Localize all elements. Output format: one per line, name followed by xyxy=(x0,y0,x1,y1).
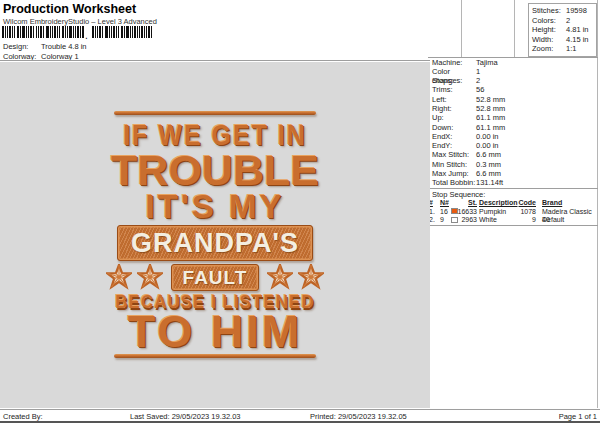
design-line-7: TO HIM xyxy=(0,309,430,354)
col-description: Description xyxy=(479,199,518,208)
machine-row: EndX:0.00 in xyxy=(432,132,597,141)
seq-needle: 9 xyxy=(440,216,444,225)
star-icon xyxy=(298,264,324,290)
machine-value: 131.14ft xyxy=(476,178,503,187)
machine-value: 56 xyxy=(476,85,484,94)
stat-row: Zoom:1:1 xyxy=(532,44,596,54)
machine-row: Machine:Tajima xyxy=(432,58,597,67)
seq-stitches: 16633 xyxy=(454,208,477,217)
machine-label: Color changes: xyxy=(432,67,476,76)
machine-label: Down: xyxy=(432,123,476,132)
machine-value: 0.3 mm xyxy=(476,160,501,169)
design-value: Trouble 4.8 in xyxy=(41,42,87,51)
stat-value: 4.15 in xyxy=(566,35,589,45)
machine-label: Right: xyxy=(432,104,476,113)
seq-needle: 16 xyxy=(440,208,448,217)
machine-value: 61.1 mm xyxy=(476,123,505,132)
star-icon xyxy=(106,264,132,290)
machine-label: Max Jump: xyxy=(432,169,476,178)
design-preview: IF WE GET IN TROUBLE IT'S MY GRANDPA'S F… xyxy=(0,62,430,408)
machine-value: 6.6 mm xyxy=(476,150,501,159)
stat-value: 19598 xyxy=(566,6,587,16)
col-brand: Brand xyxy=(542,199,562,208)
design-grandpas-box: GRANDPA'S xyxy=(117,225,313,261)
design-line-3: IT'S MY xyxy=(0,190,430,223)
machine-label: Min Stitch: xyxy=(432,160,476,169)
header-divider-2 xyxy=(514,0,515,57)
machine-info-panel: Machine:Tajima Color changes:1 Stops:2 T… xyxy=(432,58,597,188)
machine-value: 0.00 in xyxy=(476,132,499,141)
design-fault-box: FAULT xyxy=(171,264,259,291)
design-star-row: FAULT xyxy=(0,263,430,291)
machine-row: EndY:0.00 in xyxy=(432,141,597,150)
page-number: Page 1 of 1 xyxy=(520,412,597,421)
star-icon xyxy=(137,264,163,290)
stat-value: 1:1 xyxy=(566,44,576,54)
machine-label: Max Stitch: xyxy=(432,150,476,159)
machine-value: 61.1 mm xyxy=(476,113,505,122)
machine-label: EndX: xyxy=(432,132,476,141)
stat-label: Zoom: xyxy=(532,44,566,54)
header-rule-left xyxy=(0,60,430,61)
stat-value: 2 xyxy=(566,16,570,26)
stop-sequence-title: Stop Sequence: xyxy=(432,190,485,199)
last-saved-text: Last Saved: 29/05/2023 19.32.03 xyxy=(130,412,241,421)
stop-sequence-rule-bottom xyxy=(428,225,598,226)
machine-value: 0.00 in xyxy=(476,141,499,150)
design-line-2: TROUBLE xyxy=(0,149,430,192)
seq-brand: Default xyxy=(542,216,564,225)
stitch-stats-box: Stitches:19598 Colors:2 Height:4.81 in W… xyxy=(528,3,597,57)
machine-value: 6.6 mm xyxy=(476,169,501,178)
col-needle: N# xyxy=(440,199,449,208)
stat-value: 4.81 in xyxy=(566,25,589,35)
created-by-label: Created By: xyxy=(3,412,43,421)
machine-value: 52.8 mm xyxy=(476,104,505,113)
page-title: Production Worksheet xyxy=(3,2,136,16)
stat-label: Width: xyxy=(532,35,566,45)
machine-label: Left: xyxy=(432,95,476,104)
machine-row: Color changes:1 xyxy=(432,67,597,76)
design-rule-top xyxy=(114,111,316,115)
machine-value: 1 xyxy=(476,67,480,76)
design-label: Design: xyxy=(3,42,39,51)
machine-row: Total Bobbin:131.14ft xyxy=(432,178,597,187)
stat-row: Height:4.81 in xyxy=(532,25,596,35)
machine-label: Machine: xyxy=(432,58,476,67)
machine-row: Stops:2 xyxy=(432,76,597,85)
printed-text: Printed: 29/05/2023 19.32.05 xyxy=(310,412,407,421)
page-right-border xyxy=(597,0,598,408)
machine-label: Trims: xyxy=(432,85,476,94)
design-name-row: Design: Trouble 4.8 in xyxy=(3,42,87,51)
machine-row: Up:61.1 mm xyxy=(432,113,597,122)
stat-label: Colors: xyxy=(532,16,566,26)
stat-row: Width:4.15 in xyxy=(532,35,596,45)
machine-label: Total Bobbin: xyxy=(432,178,476,187)
stop-sequence-header: # N# St. Description Code Brand xyxy=(428,199,597,208)
machine-row: Down:61.1 mm xyxy=(432,123,597,132)
machine-row: Min Stitch:0.3 mm xyxy=(432,160,597,169)
svg-text:,: , xyxy=(85,30,88,39)
stop-sequence-row-1: 1. 16 16633 Pumpkin 1078 Madeira Classic… xyxy=(428,208,597,217)
star-icon xyxy=(267,264,293,290)
stat-label: Stitches: xyxy=(532,6,566,16)
production-worksheet-page: { "header": { "title": "Production Works… xyxy=(0,0,600,424)
machine-row: Trims:56 xyxy=(432,85,597,94)
machine-row: Max Stitch:6.6 mm xyxy=(432,150,597,159)
machine-value: 2 xyxy=(476,76,480,85)
seq-code: 1078 xyxy=(514,208,536,217)
software-name: Wilcom EmbroideryStudio – Level 3 Advanc… xyxy=(3,17,157,26)
machine-row: Left:52.8 mm xyxy=(432,95,597,104)
design-rule-bottom xyxy=(114,354,316,358)
machine-value: Tajima xyxy=(476,58,498,67)
stat-row: Colors:2 xyxy=(532,16,596,26)
worksheet-title: Production Worksheet xyxy=(3,2,136,16)
machine-row: Max Jump:6.6 mm xyxy=(432,169,597,178)
stat-label: Height: xyxy=(532,25,566,35)
stop-sequence-row-2: 2. 9 2963 White 9 Default xyxy=(428,216,597,225)
seq-description: Pumpkin xyxy=(479,208,506,217)
header-divider-1 xyxy=(461,0,462,57)
footer-rule-top xyxy=(0,409,600,410)
footer-rule-bottom xyxy=(0,421,600,423)
col-code: Code xyxy=(514,199,536,208)
barcode-icon: , xyxy=(2,26,154,39)
